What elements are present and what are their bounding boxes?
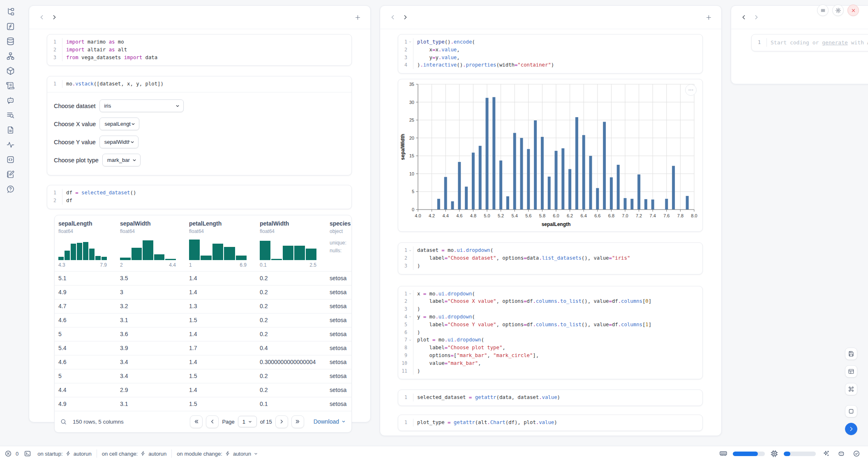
column-next-button[interactable] (48, 11, 60, 23)
column-histogram[interactable] (189, 240, 247, 260)
fold-gutter[interactable] (407, 247, 413, 254)
choose-plot-type-select[interactable]: mark_bar (102, 154, 141, 166)
settings-button[interactable] (832, 5, 844, 16)
column-header-label[interactable]: species (330, 220, 351, 227)
df-cell[interactable]: 1df = selected_dataset()2df (47, 185, 352, 209)
sidebar-item-scroll[interactable] (6, 81, 15, 90)
page-select[interactable]: 1 (238, 416, 257, 427)
column-prev-button[interactable] (36, 11, 48, 23)
fold-gutter[interactable] (407, 336, 413, 344)
save-button[interactable] (845, 348, 857, 360)
sidebar-item-snippets[interactable] (6, 155, 15, 164)
column-header-label[interactable]: petalWidth (260, 220, 316, 227)
altair-bar-chart[interactable]: 4.04.24.44.64.85.05.25.45.65.86.06.26.46… (398, 79, 703, 232)
run-button[interactable] (845, 423, 857, 435)
download-button[interactable]: Download (314, 418, 346, 425)
shortcuts-button[interactable] (845, 383, 857, 395)
close-button[interactable] (847, 5, 859, 16)
sidebar-item-sitemap[interactable] (6, 51, 15, 60)
sidebar-item-scratchpad[interactable] (6, 170, 15, 179)
runtime-setting-on-cell-change-[interactable]: on cell change:autorun (101, 451, 168, 457)
fold-gutter[interactable] (407, 38, 413, 46)
fold-gutter (56, 197, 62, 205)
table-cell: 1.7 (185, 341, 256, 355)
layout-button[interactable] (845, 365, 857, 378)
column-next-button[interactable] (750, 11, 762, 23)
table-cell: 2.9 (116, 383, 185, 397)
line-number: 1 (47, 38, 56, 46)
imports-cell[interactable]: 1import marimo as mo2import altair as al… (47, 34, 352, 66)
fold-gutter[interactable] (407, 290, 413, 298)
bar-chart-svg[interactable]: 4.04.24.44.64.85.05.25.45.65.86.06.26.46… (398, 79, 702, 231)
menu-button[interactable] (817, 5, 829, 16)
scratch-editor-cell[interactable]: 1Start coding or generate with AI (751, 34, 868, 51)
caret-down-icon (409, 249, 412, 252)
prev-page-button[interactable] (206, 415, 219, 428)
choose-dataset-select[interactable]: iris (99, 99, 184, 112)
plot-type-cell[interactable]: 1plot_type = getattr(alt.Chart(df), plot… (398, 415, 703, 431)
dataset-dropdown-cell[interactable]: 1dataset = mo.ui.dropdown(2 label="Choos… (398, 242, 703, 274)
connection-status-button[interactable] (852, 449, 861, 459)
column-header-label[interactable]: petalLength (189, 220, 247, 227)
fold-gutter[interactable] (407, 313, 413, 321)
svg-text:7.4: 7.4 (650, 213, 656, 218)
sidebar-item-log-search[interactable] (6, 111, 15, 120)
runtime-setting-on-startup-[interactable]: on startup:autorun (37, 451, 92, 457)
add-cell-button[interactable] (702, 11, 715, 23)
column-next-button[interactable] (399, 11, 411, 23)
table-column-header: sepalWidthfloat6424.4 (116, 215, 185, 271)
sidebar-item-help[interactable] (6, 184, 15, 194)
column-header-label[interactable]: sepalLength (58, 220, 107, 227)
chart-actions-button[interactable] (685, 84, 697, 96)
caret-down-icon (248, 420, 252, 424)
column-prev-button[interactable] (738, 11, 750, 23)
choose-x-value-select[interactable]: sepalLength (99, 118, 139, 130)
runtime-setting-on-module-change-[interactable]: on module change:autorun (176, 451, 259, 457)
column-histogram[interactable] (260, 240, 316, 260)
xy-plot-dropdowns-cell[interactable]: 1x = mo.ui.dropdown(2 label="Choose X va… (398, 286, 703, 380)
table-row[interactable]: 5.43.91.70.4setosa (55, 341, 351, 355)
sidebar-item-package[interactable] (6, 66, 15, 75)
generate-link[interactable]: generate (822, 39, 848, 46)
column-histogram[interactable] (58, 240, 107, 260)
choose-y-value-select[interactable]: sepalWidth (99, 136, 139, 148)
table-row[interactable]: 53.41.50.2setosa (55, 369, 351, 383)
editor-placeholder[interactable]: Start coding or generate with AI (767, 38, 868, 47)
table-row[interactable]: 4.93.11.50.1setosa (55, 397, 351, 411)
histogram-bar (165, 259, 176, 260)
sidebar-item-function[interactable] (6, 22, 15, 31)
encode-cell[interactable]: 1plot_type().encode(2 x=x.value,3 y=y.va… (398, 34, 703, 74)
first-page-button[interactable] (190, 415, 203, 428)
table-row[interactable]: 4.63.11.50.2setosa (55, 313, 351, 327)
sidebar-item-file-tree[interactable] (6, 7, 15, 16)
table-row[interactable]: 4.63.41.40.3000000000000004setosa (55, 355, 351, 369)
divider (171, 449, 172, 458)
sidebar-item-chatbot[interactable] (6, 96, 15, 105)
histogram-bar (306, 249, 316, 260)
last-page-button[interactable] (291, 415, 304, 428)
line-number: 9 (398, 352, 407, 360)
next-page-button[interactable] (275, 415, 288, 428)
selected-dataset-cell[interactable]: 1selected_dataset = getattr(data, datase… (398, 390, 703, 406)
copilot-button[interactable] (836, 449, 846, 459)
package-icon (6, 67, 15, 75)
vstack-cell[interactable]: 1mo.vstack([dataset, x, y, plot])Choose … (47, 76, 352, 175)
table-cell: setosa (326, 272, 351, 285)
column-histogram[interactable] (120, 240, 176, 260)
column-header-label[interactable]: sepalWidth (120, 220, 176, 227)
minimap-button[interactable] (845, 405, 857, 417)
table-row[interactable]: 4.931.40.2setosa (55, 285, 351, 299)
ai-assistant-button[interactable] (821, 449, 831, 459)
column-prev-button[interactable] (387, 11, 399, 23)
terminal-button[interactable] (23, 449, 32, 459)
table-row[interactable]: 4.73.21.30.2setosa (55, 299, 351, 313)
table-row[interactable]: 5.13.51.40.2setosa (55, 271, 351, 285)
sidebar-item-document[interactable] (6, 125, 15, 134)
sidebar-item-database[interactable] (6, 37, 15, 46)
sidebar-item-activity[interactable] (6, 140, 15, 149)
errors-button[interactable] (3, 449, 13, 459)
bar (582, 135, 585, 210)
add-cell-button[interactable] (351, 11, 364, 23)
table-row[interactable]: 53.61.40.2setosa (55, 327, 351, 341)
table-row[interactable]: 4.42.91.40.2setosa (55, 383, 351, 397)
